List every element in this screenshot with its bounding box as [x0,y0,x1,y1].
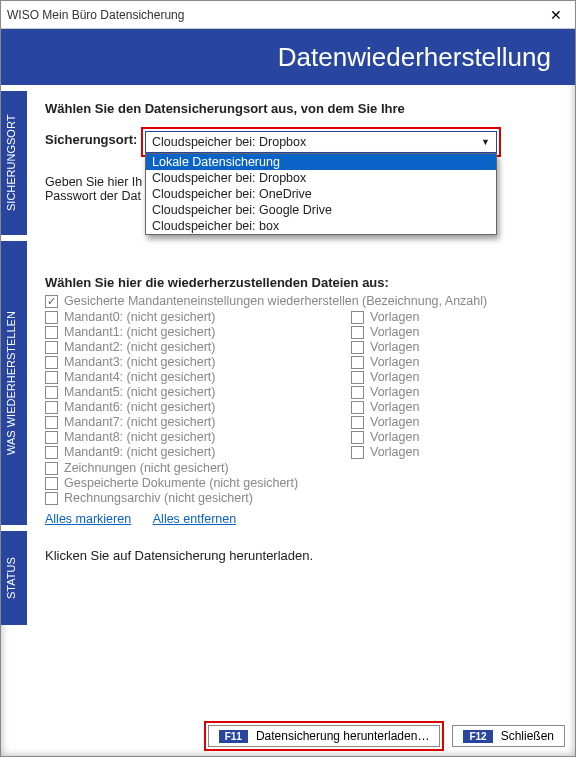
section2-head: Wählen Sie hier die wiederherzustellende… [45,275,553,290]
vorlagen-label: Vorlagen [370,430,419,444]
checkbox-mandant[interactable] [45,416,58,429]
mandant-label: Mandant6: (nicht gesichert) [64,400,215,414]
vorlagen-label: Vorlagen [370,325,419,339]
tab-was-wiederherstellen[interactable]: WAS WIEDERHERSTELLEN [1,235,27,525]
checkbox-extra[interactable] [45,492,58,505]
window: WISO Mein Büro Datensicherung ✕ Datenwie… [0,0,576,757]
mandant-label: Mandant7: (nicht gesichert) [64,415,215,429]
titlebar: WISO Mein Büro Datensicherung ✕ [1,1,575,29]
dropdown-selected: Cloudspeicher bei: Dropbox [152,135,306,149]
checkbox-mandant-settings[interactable] [45,295,58,308]
dropdown-option[interactable]: Cloudspeicher bei: Dropbox [146,170,496,186]
checkbox-mandant[interactable] [45,401,58,414]
link-select-all[interactable]: Alles markieren [45,512,131,526]
download-button-label: Datensicherung herunterladen… [256,729,429,743]
checkbox-mandant[interactable] [45,446,58,459]
checkbox-extra[interactable] [45,462,58,475]
location-dropdown[interactable]: Cloudspeicher bei: Dropbox ▼ Lokale Date… [145,131,497,153]
dropdown-option[interactable]: Cloudspeicher bei: OneDrive [146,186,496,202]
banner-title: Datenwiederherstellung [278,42,551,73]
f12-badge: F12 [463,730,492,743]
checkbox-mandant[interactable] [45,371,58,384]
checkbox-vorlagen[interactable] [351,356,364,369]
window-title: WISO Mein Büro Datensicherung [7,8,184,22]
content: Wählen Sie den Datensicherungsort aus, v… [27,85,575,718]
dropdown-option[interactable]: Lokale Datensicherung [146,154,496,170]
checkbox-mandant[interactable] [45,341,58,354]
vorlagen-label: Vorlagen [370,370,419,384]
vorlagen-label: Vorlagen [370,385,419,399]
vorlagen-label: Vorlagen [370,340,419,354]
f11-badge: F11 [219,730,248,743]
mandant-label: Mandant3: (nicht gesichert) [64,355,215,369]
close-button[interactable]: F12 Schließen [452,725,565,747]
checkbox-vorlagen[interactable] [351,371,364,384]
footer: F11 Datensicherung herunterladen… F12 Sc… [1,716,575,756]
dropdown-option[interactable]: Cloudspeicher bei: box [146,218,496,234]
checkbox-mandant[interactable] [45,386,58,399]
mandant-label: Mandant5: (nicht gesichert) [64,385,215,399]
side-tabs: SICHERUNGSORT WAS WIEDERHERSTELLEN STATU… [1,85,27,718]
checkbox-vorlagen[interactable] [351,416,364,429]
checkbox-vorlagen[interactable] [351,311,364,324]
link-deselect-all[interactable]: Alles entfernen [153,512,236,526]
extra-label: Zeichnungen (nicht gesichert) [64,461,229,475]
checkbox-vorlagen[interactable] [351,401,364,414]
checkbox-vorlagen[interactable] [351,431,364,444]
extra-label: Gespeicherte Dokumente (nicht gesichert) [64,476,298,490]
vorlagen-label: Vorlagen [370,415,419,429]
mandant-label: Mandant0: (nicht gesichert) [64,310,215,324]
close-button-label: Schließen [501,729,554,743]
checkbox-extra[interactable] [45,477,58,490]
dropdown-option[interactable]: Cloudspeicher bei: Google Drive [146,202,496,218]
highlight-frame-download: F11 Datensicherung herunterladen… [204,721,445,751]
section1-intro: Wählen Sie den Datensicherungsort aus, v… [45,101,553,116]
chevron-down-icon: ▼ [481,137,490,147]
checkbox-mandant[interactable] [45,356,58,369]
close-icon[interactable]: ✕ [543,7,569,23]
vorlagen-label: Vorlagen [370,400,419,414]
vorlagen-label: Vorlagen [370,445,419,459]
mandant-label: Mandant9: (nicht gesichert) [64,445,215,459]
mandant-label: Mandant2: (nicht gesichert) [64,340,215,354]
checkbox-mandant[interactable] [45,326,58,339]
highlight-frame-dropdown: Cloudspeicher bei: Dropbox ▼ Lokale Date… [141,127,501,157]
tab-sicherungsort[interactable]: SICHERUNGSORT [1,85,27,235]
checkbox-vorlagen[interactable] [351,326,364,339]
dropdown-list: Lokale Datensicherung Cloudspeicher bei:… [145,153,497,235]
extra-label: Rechnungsarchiv (nicht gesichert) [64,491,253,505]
mandant-label: Mandant8: (nicht gesichert) [64,430,215,444]
tab-status[interactable]: STATUS [1,525,27,625]
vorlagen-label: Vorlagen [370,355,419,369]
status-text: Klicken Sie auf Datensicherung herunterl… [45,526,553,563]
mandant-label: Mandant1: (nicht gesichert) [64,325,215,339]
banner: Datenwiederherstellung [1,29,575,85]
vorlagen-label: Vorlagen [370,310,419,324]
checkbox-vorlagen[interactable] [351,386,364,399]
mandant-settings-label: Gesicherte Mandanteneinstellungen wieder… [64,294,487,308]
checkbox-vorlagen[interactable] [351,341,364,354]
download-button[interactable]: F11 Datensicherung herunterladen… [208,725,441,747]
checkbox-vorlagen[interactable] [351,446,364,459]
mandant-label: Mandant4: (nicht gesichert) [64,370,215,384]
checkbox-mandant[interactable] [45,431,58,444]
checkbox-mandant[interactable] [45,311,58,324]
location-label: Sicherungsort: [45,132,141,147]
